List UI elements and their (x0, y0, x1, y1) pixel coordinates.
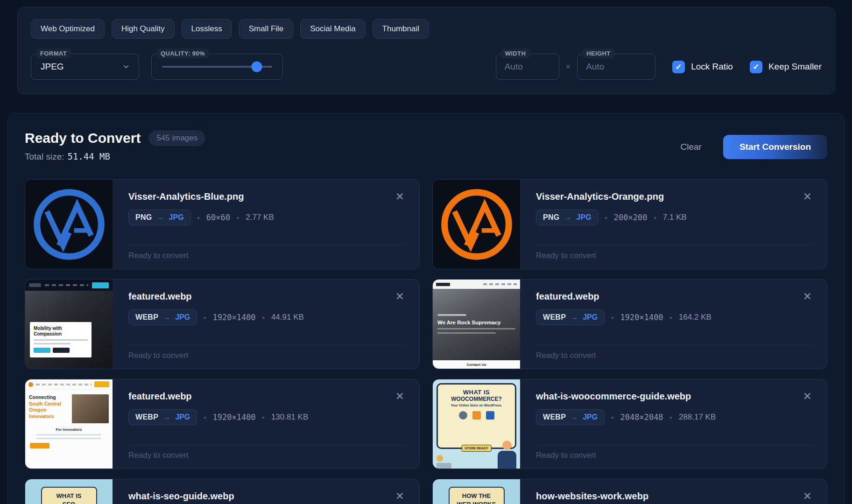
thumb-navbar (433, 280, 520, 289)
file-card: Visser-Analytics-Orange.png ✕ PNG → JPG … (432, 179, 827, 269)
format-arrow-icon: → (163, 413, 170, 421)
format-conversion-badge: PNG → JPG (536, 210, 599, 225)
thumb-headline: We Are Rock Supremacy (437, 320, 515, 325)
quality-slider-thumb[interactable] (251, 62, 262, 72)
file-thumbnail: Mobility with Compassion (25, 280, 113, 369)
file-size: 7.1 KB (663, 213, 687, 222)
format-to: JPG (583, 413, 598, 421)
thumb-hero-text: We Are Rock Supremacy (437, 314, 515, 334)
file-title-row: featured.webp ✕ (128, 391, 405, 402)
preset-chip[interactable]: Thumbnail (373, 19, 429, 39)
preset-chip[interactable]: Social Media (300, 19, 365, 39)
preset-chip[interactable]: High Quality (112, 19, 175, 39)
thumb-title-box: HOW THEWEB WORKS (449, 487, 505, 504)
lock-ratio-toggle[interactable]: ✓ Lock Ratio (672, 61, 733, 73)
dimension-separator: × (566, 62, 571, 72)
app-root: { "glyphs": { "arrow": "→", "dot": "•", … (0, 0, 852, 504)
format-arrow-icon: → (570, 313, 578, 322)
thumb-badge: STORE READY (461, 445, 491, 452)
thumb-text-line (437, 328, 515, 329)
payment-icon (486, 411, 494, 420)
remove-file-button[interactable]: ✕ (802, 291, 813, 302)
preset-chip[interactable]: Web Optimized (31, 19, 105, 39)
start-conversion-button[interactable]: Start Conversion (723, 135, 827, 159)
file-dimensions: 60×60 (206, 213, 230, 222)
preset-chip[interactable]: Lossless (182, 19, 232, 39)
format-conversion-badge: WEBP → JPG (536, 409, 605, 425)
laptop-icon (437, 463, 451, 469)
width-label: WIDTH (501, 49, 530, 58)
thumb-subheading: For Innovators (25, 427, 113, 432)
queue-header: Ready to Convert 545 images Total size:5… (25, 130, 827, 162)
file-status: Ready to convert (536, 445, 813, 460)
thumb-icon-row (440, 411, 513, 420)
file-name: featured.webp (128, 391, 192, 402)
preset-chips: Web OptimizedHigh QualityLosslessSmall F… (31, 19, 822, 39)
file-status: Ready to convert (128, 345, 405, 360)
keep-smaller-label: Keep Smaller (768, 62, 822, 72)
thumb-title-line2: WEB WORKS (452, 500, 501, 504)
keep-smaller-checkbox[interactable]: ✓ (750, 61, 762, 73)
remove-file-button[interactable]: ✕ (394, 391, 405, 402)
file-size: 164.2 KB (679, 313, 711, 322)
file-meta: WEBP → JPG • 1920×1400 • 44.91 KB (128, 309, 405, 325)
file-meta: WEBP → JPG • 1920×1400 • 164.2 KB (536, 309, 813, 325)
lock-ratio-checkbox[interactable]: ✓ (672, 61, 685, 73)
remove-file-button[interactable]: ✕ (802, 491, 813, 502)
analytics-logo-icon (437, 184, 517, 265)
file-card-content: featured.webp ✕ WEBP → JPG • 1920×1400 •… (520, 280, 827, 369)
file-status: Ready to convert (536, 345, 813, 360)
width-control: WIDTH (496, 54, 559, 80)
remove-file-button[interactable]: ✕ (394, 491, 405, 502)
file-card-content: featured.webp ✕ WEBP → JPG • 1920×1400 •… (113, 379, 419, 469)
file-name: what-is-woocommerce-guide.webp (536, 391, 691, 402)
keep-smaller-toggle[interactable]: ✓ Keep Smaller (750, 61, 822, 73)
thumb-buttons (34, 348, 88, 353)
close-icon: ✕ (395, 490, 404, 502)
clear-button[interactable]: Clear (681, 142, 702, 152)
thumb-navbar (25, 280, 113, 291)
preset-chip[interactable]: Small File (239, 19, 294, 39)
width-input[interactable] (496, 62, 559, 72)
thumb-hero: Connecting South Central Oregon Innovato… (25, 390, 113, 425)
thumb-logo (29, 283, 41, 287)
meta-dot: • (670, 413, 672, 421)
person-head (437, 455, 443, 462)
file-name: Visser-Analytics-Blue.png (128, 191, 244, 202)
file-card-content: Visser-Analytics-Orange.png ✕ PNG → JPG … (520, 180, 827, 269)
height-label: HEIGHT (582, 49, 615, 58)
thumb-footer: Contact Us (433, 360, 520, 369)
person-body (498, 451, 516, 469)
analytics-logo-icon (29, 184, 109, 265)
quality-slider[interactable] (162, 61, 272, 72)
file-title-row: featured.webp ✕ (128, 291, 405, 302)
thumb-cta-button (94, 381, 109, 387)
meta-dot: • (670, 314, 672, 322)
height-input[interactable] (577, 62, 655, 72)
meta-dot: • (197, 214, 200, 222)
meta-dot: • (605, 214, 607, 222)
queue-actions: Clear Start Conversion (681, 135, 828, 159)
thumb-button (30, 443, 49, 448)
file-card: Visser-Analytics-Blue.png ✕ PNG → JPG • … (25, 179, 420, 269)
remove-file-button[interactable]: ✕ (394, 291, 405, 302)
format-to: JPG (175, 313, 190, 322)
file-title-row: featured.webp ✕ (536, 291, 813, 302)
thumb-button (34, 348, 50, 353)
queue-panel: Ready to Convert 545 images Total size:5… (7, 113, 845, 504)
file-meta: PNG → JPG • 200×200 • 7.1 KB (536, 210, 813, 225)
format-to: JPG (577, 213, 591, 222)
file-card-content: featured.webp ✕ WEBP → JPG • 1920×1400 •… (113, 280, 419, 369)
file-size: 44.91 KB (271, 313, 304, 322)
thumb-infographic-box: WHAT ISWOOCOMMERCE?Your Online Store on … (437, 383, 516, 449)
file-name: featured.webp (128, 291, 192, 302)
format-arrow-icon: → (570, 413, 578, 421)
remove-file-button[interactable]: ✕ (802, 191, 813, 202)
thumb-nav-links (45, 284, 88, 286)
remove-file-button[interactable]: ✕ (802, 391, 813, 402)
thumb-text-line (36, 438, 101, 439)
format-select[interactable]: FORMAT JPEG (31, 54, 139, 80)
format-arrow-icon: → (163, 313, 170, 322)
remove-file-button[interactable]: ✕ (394, 191, 405, 202)
quality-control: QUALITY: 90% (151, 54, 283, 80)
